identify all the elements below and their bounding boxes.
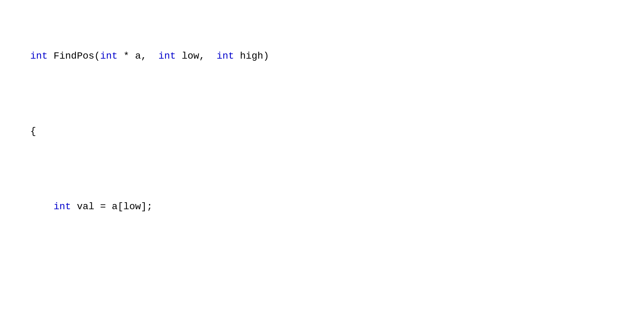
code-line-2: { <box>7 109 637 154</box>
code-text <box>30 201 53 212</box>
code-text: FindPos( <box>48 51 100 61</box>
keyword-int-4: int <box>217 51 234 61</box>
code-line-1: int FindPos(int * a, int low, int high) <box>7 34 637 79</box>
keyword-int-1: int <box>30 51 47 61</box>
code-text: val = a[low]; <box>71 201 153 212</box>
code-line-3: int val = a[low]; <box>7 184 637 229</box>
code-line-5: while (low < high) <box>7 305 637 314</box>
code-line-4 <box>7 260 637 274</box>
code-text: low, <box>176 51 217 61</box>
code-text: * a, <box>118 51 158 61</box>
keyword-int-5: int <box>53 201 71 212</box>
code-text: high) <box>234 51 269 61</box>
keyword-int-3: int <box>158 51 176 61</box>
keyword-int-2: int <box>100 51 118 61</box>
code-text: { <box>30 126 36 137</box>
code-viewer: int FindPos(int * a, int low, int high) … <box>7 3 637 314</box>
